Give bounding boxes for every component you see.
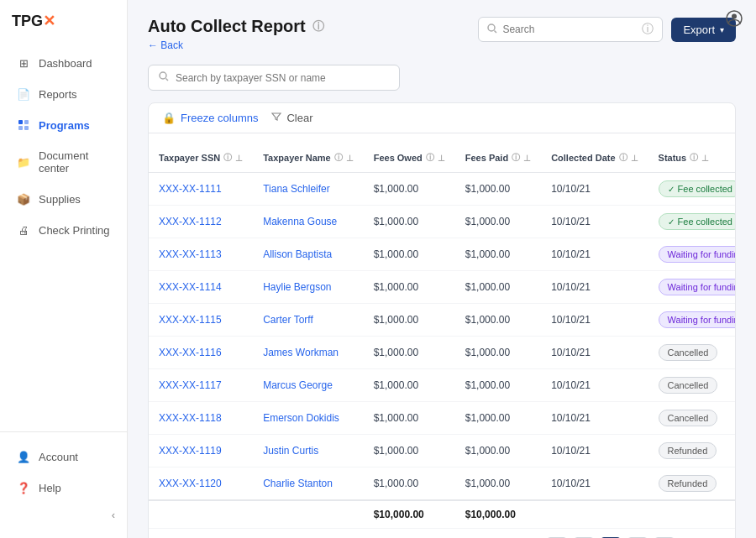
name-link[interactable]: Charlie Stanton	[263, 478, 333, 489]
cell-fees-owed: $1,000.00	[364, 173, 455, 206]
status-badge: Cancelled	[659, 344, 718, 361]
status-badge: Refunded	[659, 475, 717, 492]
title-info-icon[interactable]: ⓘ	[312, 19, 324, 34]
cell-name[interactable]: Marcus George	[253, 369, 364, 402]
svg-rect-1	[24, 120, 29, 124]
col-status-info[interactable]: ⓘ	[690, 152, 698, 164]
sidebar-item-label: Supplies	[39, 193, 81, 206]
header-search-box[interactable]: ⓘ	[478, 17, 663, 42]
sidebar-item-help[interactable]: ❓ Help	[5, 473, 122, 503]
cell-ssn[interactable]: XXX-XX-1113	[149, 238, 253, 271]
cell-fees-paid: $1,000.00	[455, 304, 541, 337]
sidebar-item-account[interactable]: 👤 Account	[5, 441, 122, 472]
ssn-link[interactable]: XXX-XX-1117	[159, 379, 222, 391]
cell-collected-date: 10/10/21	[541, 402, 648, 435]
sidebar-item-check-printing[interactable]: 🖨 Check Printing	[5, 215, 122, 245]
col-fees-owed-info[interactable]: ⓘ	[426, 152, 434, 164]
col-fees-paid-info[interactable]: ⓘ	[512, 152, 520, 164]
ssn-link[interactable]: XXX-XX-1118	[159, 412, 222, 424]
cell-name[interactable]: Tiana Schleifer	[253, 173, 364, 206]
name-link[interactable]: Carter Torff	[263, 314, 313, 326]
ssn-link[interactable]: XXX-XX-1116	[159, 347, 222, 358]
ssn-link[interactable]: XXX-XX-1112	[159, 216, 222, 227]
search-input[interactable]	[176, 72, 389, 84]
name-link[interactable]: Emerson Dokidis	[263, 412, 339, 424]
collapse-sidebar-button[interactable]: ‹	[0, 504, 127, 526]
cell-name[interactable]: Allison Baptista	[253, 238, 364, 271]
ssn-link[interactable]: XXX-XX-1113	[159, 248, 222, 260]
ssn-link[interactable]: XXX-XX-1115	[159, 314, 222, 326]
user-profile-button[interactable]	[726, 10, 743, 29]
cell-ssn[interactable]: XXX-XX-1112	[149, 206, 253, 238]
sidebar-item-dashboard[interactable]: ⊞ Dashboard	[5, 48, 122, 78]
freeze-columns-button[interactable]: 🔒 Freeze columns	[162, 112, 258, 124]
check-printing-icon: 🖨	[17, 223, 30, 237]
name-link[interactable]: Marcus George	[263, 379, 333, 391]
name-link[interactable]: Makenna Gouse	[263, 216, 337, 227]
cell-name[interactable]: James Workman	[253, 337, 364, 369]
cell-fees-paid: $1,000.00	[455, 173, 541, 206]
name-link[interactable]: Allison Baptista	[263, 248, 332, 260]
header-search-input[interactable]	[502, 24, 637, 35]
cell-name[interactable]: Charlie Stanton	[253, 467, 364, 501]
cell-ssn[interactable]: XXX-XX-1119	[149, 435, 253, 467]
status-badge: Cancelled	[659, 410, 718, 426]
cell-fees-paid: $1,000.00	[455, 206, 541, 238]
main-content: Auto Collect Report ⓘ ← Back ⓘ Export	[128, 0, 756, 538]
cell-fees-paid: $1,000.00	[455, 467, 541, 501]
sidebar-item-reports[interactable]: 📄 Reports	[5, 79, 122, 109]
col-ssn-filter[interactable]: ⊥	[235, 154, 243, 163]
sidebar-item-label: Dashboard	[39, 57, 92, 70]
cell-ssn[interactable]: XXX-XX-1115	[149, 304, 253, 337]
cell-name[interactable]: Carter Torff	[253, 304, 364, 337]
sidebar-item-programs[interactable]: Programs	[5, 110, 122, 140]
col-ssn-info[interactable]: ⓘ	[223, 152, 232, 164]
col-fees-paid-filter[interactable]: ⊥	[523, 154, 531, 163]
ssn-link[interactable]: XXX-XX-1114	[159, 281, 222, 293]
ssn-link[interactable]: XXX-XX-1119	[159, 445, 222, 457]
help-icon: ❓	[17, 481, 30, 494]
cell-fees-owed: $1,000.00	[364, 467, 455, 501]
cell-name[interactable]: Justin Curtis	[253, 435, 364, 467]
ssn-link[interactable]: XXX-XX-1111	[159, 183, 222, 195]
cell-ssn[interactable]: XXX-XX-1120	[149, 467, 253, 501]
cell-ssn[interactable]: XXX-XX-1118	[149, 402, 253, 435]
name-link[interactable]: James Workman	[263, 347, 339, 358]
cell-ssn[interactable]: XXX-XX-1114	[149, 271, 253, 304]
status-badge: Fee collected	[659, 213, 736, 230]
cell-name[interactable]: Emerson Dokidis	[253, 402, 364, 435]
name-link[interactable]: Haylie Bergson	[263, 281, 331, 293]
cell-ssn[interactable]: XXX-XX-1116	[149, 337, 253, 369]
col-status-filter[interactable]: ⊥	[701, 154, 709, 163]
ssn-link[interactable]: XXX-XX-1120	[159, 478, 222, 489]
search-bar-container[interactable]	[148, 65, 400, 91]
search-bar-icon	[159, 71, 169, 84]
sidebar-item-document-center[interactable]: 📁 Document center	[5, 141, 122, 183]
export-chevron-icon: ▾	[720, 25, 724, 34]
col-name-info[interactable]: ⓘ	[334, 152, 343, 164]
totals-fees-paid: $10,000.00	[455, 500, 541, 529]
col-name-filter[interactable]: ⊥	[346, 154, 354, 163]
cell-fees-owed: $1,000.00	[364, 402, 455, 435]
cell-name[interactable]: Haylie Bergson	[253, 271, 364, 304]
col-fees-owed-filter[interactable]: ⊥	[438, 154, 445, 163]
cell-name[interactable]: Makenna Gouse	[253, 206, 364, 238]
clear-button[interactable]: Clear	[271, 112, 312, 124]
back-link[interactable]: ← Back	[148, 39, 324, 51]
totals-collected-date-cell	[541, 500, 648, 529]
col-collected-date-filter[interactable]: ⊥	[631, 154, 638, 163]
name-link[interactable]: Justin Curtis	[263, 445, 318, 457]
cell-ssn[interactable]: XXX-XX-1117	[149, 369, 253, 402]
cell-collected-date: 10/10/21	[541, 206, 648, 238]
totals-status-cell	[648, 500, 736, 529]
sidebar-item-supplies[interactable]: 📦 Supplies	[5, 184, 122, 214]
page-title: Auto Collect Report ⓘ	[148, 17, 324, 36]
name-link[interactable]: Tiana Schleifer	[263, 183, 330, 195]
table-row: XXX-XX-1120 Charlie Stanton $1,000.00 $1…	[149, 467, 736, 501]
cell-ssn[interactable]: XXX-XX-1111	[149, 173, 253, 206]
cell-collected-date: 10/10/21	[541, 173, 648, 206]
status-badge: Waiting for funding	[659, 246, 736, 263]
filter-icon	[271, 112, 281, 124]
search-info-icon[interactable]: ⓘ	[642, 22, 654, 37]
col-collected-date-info[interactable]: ⓘ	[619, 152, 627, 164]
